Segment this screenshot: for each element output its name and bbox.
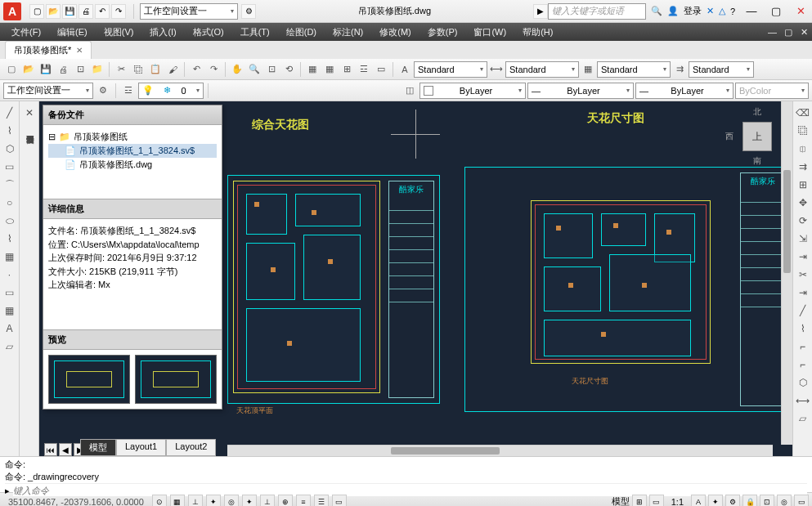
dist-icon[interactable]: ⟷ — [795, 392, 811, 409]
menu-file[interactable]: 文件(F) — [3, 24, 49, 41]
ws-gear-icon[interactable]: ⚙ — [95, 83, 111, 99]
scroll-thumb-h[interactable] — [391, 447, 500, 455]
tb-paste-icon[interactable]: 📋 — [147, 61, 164, 78]
mirror-icon[interactable]: ⎅ — [795, 141, 811, 157]
scrollbar-vertical[interactable] — [781, 101, 792, 445]
scroll-thumb-v[interactable] — [783, 170, 791, 273]
minimize-button[interactable]: — — [740, 3, 763, 20]
qat-save-icon[interactable]: 💾 — [62, 4, 77, 19]
text-tool-icon[interactable]: A — [2, 320, 18, 337]
dim-style-combo[interactable]: Standard▾ — [505, 61, 579, 78]
vc-top[interactable]: 上 — [742, 122, 772, 151]
chamfer-icon[interactable]: ⌐ — [795, 356, 811, 373]
offset-icon[interactable]: ⇉ — [795, 159, 811, 175]
color-combo[interactable]: ByLayer▾ — [419, 83, 526, 99]
document-tab[interactable]: 吊顶装修图纸* ✕ — [5, 41, 92, 59]
drawing-canvas[interactable]: 备份文件 ⊟📁吊顶装修图纸 📄吊顶装修图纸_1_1_3824.sv$ 📄吊顶装修… — [39, 101, 792, 456]
rotate-icon[interactable]: ⟳ — [795, 213, 811, 229]
menu-tools[interactable]: 工具(T) — [232, 24, 278, 41]
workspace-combo[interactable]: 工作空间设置一 ▾ — [140, 3, 238, 20]
tb-pan-icon[interactable]: ✋ — [229, 61, 245, 78]
tb-zext-icon[interactable]: ⊡ — [263, 61, 280, 78]
tab-layout1[interactable]: Layout1 — [116, 439, 166, 456]
preview-thumb-1[interactable] — [48, 355, 130, 404]
sb-annoviz-icon[interactable]: ✦ — [708, 495, 723, 507]
line-tool-icon[interactable]: ╱ — [2, 105, 18, 121]
sb-polar-icon[interactable]: ✦ — [206, 495, 221, 507]
tb-copy-icon[interactable]: ⿻ — [130, 61, 146, 78]
sb-model-label[interactable]: 模型 — [612, 495, 630, 506]
trim-icon[interactable]: ✂ — [795, 266, 811, 283]
exchange-x-icon[interactable]: ✕ — [707, 6, 714, 16]
menu-edit[interactable]: 编辑(E) — [49, 24, 96, 41]
sb-iso-icon[interactable]: ◎ — [777, 495, 792, 507]
tree-root[interactable]: ⊟📁吊顶装修图纸 — [48, 130, 217, 144]
copy-icon[interactable]: ⿻ — [795, 123, 811, 139]
hatch-tool-icon[interactable]: ▦ — [2, 249, 18, 265]
tb-redo-icon[interactable]: ↷ — [205, 61, 222, 78]
area-icon[interactable]: ▱ — [795, 410, 811, 427]
menu-dimension[interactable]: 标注(N) — [325, 24, 371, 41]
qat-print-icon[interactable]: 🖨 — [79, 4, 93, 19]
menu-parametric[interactable]: 参数(P) — [419, 24, 466, 41]
menu-format[interactable]: 格式(O) — [185, 24, 232, 41]
plotstyle-combo[interactable]: ByColor▾ — [735, 83, 809, 99]
sb-lwt-icon[interactable]: ≡ — [296, 495, 311, 507]
scrollbar-horizontal[interactable] — [227, 445, 773, 456]
tb-text-style-icon[interactable]: A — [397, 61, 413, 78]
tb-open-icon[interactable]: 📂 — [20, 61, 37, 78]
tab-model[interactable]: 模型 — [80, 439, 116, 456]
tb-dim-style-icon[interactable]: ⟷ — [488, 61, 505, 78]
workspace-combo-2[interactable]: 工作空间设置一▾ — [3, 83, 93, 99]
qat-redo-icon[interactable]: ↷ — [111, 4, 126, 19]
tab-close-icon[interactable]: ✕ — [76, 46, 83, 55]
sb-dyn-icon[interactable]: ⊕ — [278, 495, 293, 507]
sb-scale[interactable]: 1:1 — [666, 497, 689, 507]
sb-qv-icon[interactable]: ⊞ — [632, 495, 647, 507]
layer-combo[interactable]: 💡❄0▾ — [138, 83, 204, 99]
sb-ortho-icon[interactable]: ⊥ — [188, 495, 203, 507]
tb-ml-style-icon[interactable]: ⇉ — [671, 61, 688, 78]
doc-close-icon[interactable]: ✕ — [792, 25, 809, 40]
stretch-icon[interactable]: ⇥ — [795, 249, 811, 265]
layer-props-icon[interactable]: ☲ — [120, 83, 137, 99]
qat-new-icon[interactable]: ▢ — [29, 4, 44, 19]
scale-icon[interactable]: ⇲ — [795, 231, 811, 247]
point-tool-icon[interactable]: · — [2, 266, 18, 283]
props-color-icon[interactable]: ◫ — [402, 83, 418, 99]
break-icon[interactable]: ╱ — [795, 302, 811, 319]
viewcube[interactable]: 北 南 西 东 上 — [729, 108, 786, 165]
search-icon[interactable]: 🔍 — [651, 6, 662, 16]
tb-undo-icon[interactable]: ↶ — [188, 61, 204, 78]
side-tab-label[interactable]: 图形修复管理器 — [20, 123, 38, 136]
doc-minimize-icon[interactable]: — — [760, 25, 776, 40]
polygon-tool-icon[interactable]: ⬡ — [2, 141, 18, 157]
array-icon[interactable]: ⊞ — [795, 177, 811, 193]
doc-restore-icon[interactable]: ▢ — [776, 25, 792, 40]
close-button[interactable]: ✕ — [789, 3, 812, 20]
menu-modify[interactable]: 修改(M) — [371, 24, 419, 41]
ml-style-combo[interactable]: Standard▾ — [689, 61, 754, 78]
sb-ducs-icon[interactable]: ⊥ — [260, 495, 275, 507]
exchange-a-icon[interactable]: △ — [719, 6, 725, 16]
command-line[interactable]: 命令: 命令: _drawingrecovery ▸ — [0, 456, 812, 492]
sb-osnap-icon[interactable]: ◎ — [224, 495, 239, 507]
app-logo[interactable]: A — [3, 2, 21, 20]
block-tool-icon[interactable]: ▭ — [2, 284, 18, 301]
tb-list-icon[interactable]: ☲ — [356, 61, 372, 78]
table-style-combo[interactable]: Standard▾ — [597, 61, 671, 78]
tb-array-icon[interactable]: ⊞ — [339, 61, 355, 78]
close-panel-icon[interactable]: ✕ — [21, 105, 38, 121]
tab-layout2[interactable]: Layout2 — [166, 439, 216, 456]
ellipse-tool-icon[interactable]: ⬭ — [2, 213, 18, 229]
fillet-icon[interactable]: ⌐ — [795, 338, 811, 355]
menu-insert[interactable]: 插入(I) — [141, 24, 184, 41]
sb-hw-icon[interactable]: ⊡ — [760, 495, 774, 507]
qat-open-icon[interactable]: 📂 — [46, 4, 61, 19]
arc-tool-icon[interactable]: ⌒ — [2, 177, 18, 193]
explode-icon[interactable]: ⬡ — [795, 374, 811, 391]
tb-save-icon[interactable]: 💾 — [38, 61, 54, 78]
lineweight-combo[interactable]: —ByLayer▾ — [635, 83, 733, 99]
move-icon[interactable]: ✥ — [795, 195, 811, 211]
help-icon[interactable]: ? — [730, 7, 735, 16]
